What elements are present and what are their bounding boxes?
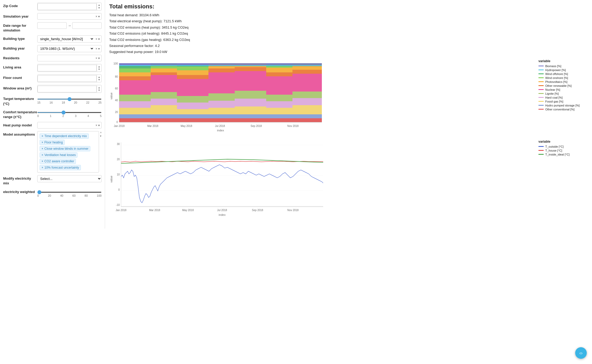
tag-remove-icon[interactable]: × bbox=[41, 153, 43, 157]
legend-label: Wind onshore [%] bbox=[545, 76, 568, 79]
building-type-clear[interactable]: × ▾ bbox=[94, 37, 101, 41]
legend-item: Wind offshore [%] bbox=[538, 72, 588, 76]
model-assumption-tag[interactable]: ×Floor heating bbox=[40, 140, 65, 145]
legend-item: T_outside [°C] bbox=[538, 145, 588, 148]
living-down-arrow[interactable]: ▼ bbox=[97, 68, 101, 71]
zip-down-arrow[interactable]: ▼ bbox=[97, 7, 101, 9]
heat-pump-clear[interactable]: × ▾ bbox=[94, 123, 101, 128]
simulation-year-input[interactable]: 2018 bbox=[38, 13, 94, 19]
floor-up-arrow[interactable]: ▲ bbox=[97, 76, 101, 79]
svg-rect-27 bbox=[177, 103, 208, 109]
modify-electricity-select[interactable]: Select... bbox=[38, 175, 101, 182]
living-area-input[interactable]: 200 bbox=[38, 65, 97, 71]
date-from-input[interactable]: 01/01/2018 bbox=[37, 22, 67, 29]
tag-remove-icon[interactable]: × bbox=[41, 147, 43, 151]
floor-count-control: 2 ▲ ▼ bbox=[37, 74, 102, 82]
suggested-power: Suggested heat pump power: 19.0 kW bbox=[109, 49, 588, 55]
legend-item: Hydro pumped storage [%] bbox=[538, 104, 588, 107]
legend-item: Wind onshore [%] bbox=[538, 76, 588, 79]
svg-rect-30 bbox=[266, 101, 292, 108]
legend-color-swatch bbox=[538, 66, 544, 66]
main-content: Total emissions: Total heat demand: 3010… bbox=[105, 0, 592, 229]
svg-rect-17 bbox=[119, 114, 322, 118]
model-assumption-tag[interactable]: ×Time dependent electricity mix bbox=[40, 133, 89, 139]
comfort-temp-slider[interactable] bbox=[37, 112, 102, 113]
model-assumption-tag[interactable]: ×Close window blinds in summer bbox=[40, 146, 90, 151]
comfort-temp-slider-container: 0 1 2 3 4 5 bbox=[37, 109, 102, 119]
legend-color-swatch bbox=[538, 105, 544, 106]
emissions-title: Total emissions: bbox=[109, 3, 588, 10]
model-assumption-tag[interactable]: ×CO2 aware controller bbox=[40, 159, 76, 164]
window-area-spinbox: 40 ▲ ▼ bbox=[37, 85, 102, 93]
tag-remove-icon[interactable]: × bbox=[41, 159, 43, 163]
residents-input[interactable]: family bbox=[38, 55, 94, 61]
svg-rect-40 bbox=[151, 75, 177, 92]
building-type-select[interactable]: single_family_house [W/m2] bbox=[38, 36, 94, 42]
legend-label: Other renewable [%] bbox=[545, 84, 572, 87]
sidebar: Zip Code 81829 ▲ ▼ Simulation year 2018 … bbox=[0, 0, 105, 229]
model-assumption-tag[interactable]: ×Ventilation heat losses bbox=[40, 152, 77, 158]
zip-code-input[interactable]: 81829 bbox=[38, 3, 97, 10]
model-assumptions-expand-btn[interactable]: × ▾ bbox=[100, 131, 102, 137]
legend-item: Biomass [%] bbox=[538, 65, 588, 68]
total-electrical: Total electrical energy (heat pump): 712… bbox=[109, 18, 588, 24]
svg-text:10: 10 bbox=[117, 173, 120, 176]
legend-color-line bbox=[538, 146, 544, 147]
svg-rect-47 bbox=[151, 72, 177, 75]
target-temp-slider[interactable] bbox=[37, 99, 102, 100]
living-up-arrow[interactable]: ▲ bbox=[97, 65, 101, 68]
zip-up-arrow[interactable]: ▲ bbox=[97, 4, 101, 7]
svg-rect-67 bbox=[119, 66, 151, 68]
window-area-control: 40 ▲ ▼ bbox=[37, 85, 102, 93]
legend-item: Fossil gas [%] bbox=[538, 100, 588, 103]
svg-rect-54 bbox=[151, 68, 177, 72]
electricity-weighted-slider[interactable] bbox=[37, 192, 102, 193]
chart2-section: value 30 20 10 0 -10 bbox=[109, 140, 588, 219]
svg-text:Nov 2018: Nov 2018 bbox=[287, 209, 299, 212]
legend-item: Hard coal [%] bbox=[538, 96, 588, 99]
legend-color-swatch bbox=[538, 73, 544, 74]
svg-text:May 2018: May 2018 bbox=[181, 125, 192, 127]
svg-rect-46 bbox=[119, 76, 151, 80]
building-year-clear[interactable]: × ▾ bbox=[94, 46, 101, 51]
simulation-year-control: 2018 × ▾ bbox=[37, 13, 102, 20]
svg-rect-23 bbox=[266, 108, 292, 114]
date-to-input[interactable]: 12/31/2018 bbox=[72, 22, 102, 29]
svg-rect-52 bbox=[292, 70, 322, 74]
floor-down-arrow[interactable]: ▼ bbox=[97, 78, 101, 81]
tag-remove-icon[interactable]: × bbox=[41, 134, 43, 138]
svg-text:0: 0 bbox=[116, 121, 118, 124]
building-type-label: Building type bbox=[3, 35, 37, 41]
chart2-wrapper: value 30 20 10 0 -10 bbox=[109, 140, 588, 219]
heat-pump-select-wrapper: i-HPV5H 0250 × ▾ bbox=[37, 122, 102, 129]
living-area-control: 200 ▲ ▼ bbox=[37, 64, 102, 72]
svg-rect-34 bbox=[177, 96, 208, 103]
svg-rect-28 bbox=[208, 101, 235, 108]
electricity-weighted-label: electricity weighted bbox=[3, 189, 37, 194]
window-down-arrow[interactable]: ▼ bbox=[97, 89, 101, 92]
legend-label: Photovoltaics [%] bbox=[545, 80, 567, 83]
tag-remove-icon[interactable]: × bbox=[41, 141, 43, 144]
legend-color-swatch bbox=[538, 81, 544, 82]
window-area-label: Window area (m²) bbox=[3, 85, 37, 91]
chart1-area: value 100 80 60 40 20 0 bbox=[109, 59, 535, 133]
heat-pump-input[interactable]: i-HPV5H 0250 bbox=[38, 122, 94, 128]
building-year-select[interactable]: 1979-1983 (1. WSchV) bbox=[38, 45, 94, 52]
floor-count-input[interactable]: 2 bbox=[38, 75, 97, 82]
window-area-arrows: ▲ ▼ bbox=[97, 85, 101, 93]
window-area-input[interactable]: 40 bbox=[38, 86, 97, 92]
svg-text:100: 100 bbox=[113, 62, 118, 65]
date-range-control: 01/01/2018 → 12/31/2018 bbox=[37, 22, 102, 29]
legend-color-line bbox=[538, 150, 544, 151]
chart1-legend: variable Biomass [%]Hydropower [%]Wind o… bbox=[535, 59, 588, 112]
legend-color-swatch bbox=[538, 101, 544, 102]
simulation-year-clear[interactable]: × ▾ bbox=[94, 14, 101, 19]
model-assumption-tag[interactable]: ×10% forecast uncertainty bbox=[40, 165, 81, 170]
residents-clear[interactable]: × ▾ bbox=[94, 56, 101, 61]
electricity-weighted-labels: 0 20 40 60 80 100 bbox=[37, 194, 102, 197]
window-up-arrow[interactable]: ▲ bbox=[97, 86, 101, 89]
chart1-section: value 100 80 60 40 20 0 bbox=[109, 59, 588, 133]
living-area-row: Living area 200 ▲ ▼ bbox=[3, 64, 102, 72]
tag-remove-icon[interactable]: × bbox=[41, 166, 43, 169]
legend-label: Other conventional [%] bbox=[545, 108, 574, 111]
